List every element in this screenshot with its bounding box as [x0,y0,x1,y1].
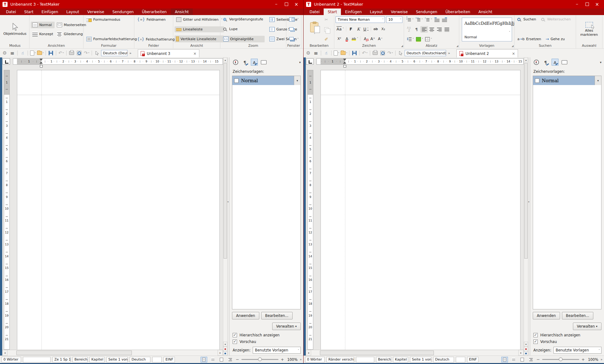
paragraph-styles-panel-button[interactable] [542,59,549,66]
absatz-dialog-launcher[interactable]: ◢ [456,45,458,47]
shrink-font-button[interactable]: A⁻ [376,35,384,42]
style-gallery[interactable]: AaBbCcDdEeFfGgHhIiJj Normal [462,18,512,41]
vertical-scroll-thumb[interactable] [524,63,528,259]
open-document-button[interactable] [341,50,348,56]
maximize-button[interactable] [583,1,591,8]
status-cell[interactable] [23,357,51,362]
character-styles-panel-button[interactable] [552,59,558,66]
formularmodus-button[interactable]: Formularmodus [85,16,138,23]
titlebar[interactable]: T Unbenannt 2 - TextMaker [304,0,604,8]
scroll-left-icon[interactable]: ◂ [306,350,311,356]
hamburger-menu-button[interactable] [9,50,16,56]
save-button[interactable] [351,50,358,56]
format-painter-button[interactable] [323,36,330,42]
highlight-button[interactable]: ab [351,35,359,42]
status-cell[interactable]: 0 Wörter [305,357,325,362]
horizontal-scroll-thumb[interactable] [320,351,434,355]
navigator-panel-button[interactable] [533,59,540,66]
scroll-up-icon[interactable]: ▴ [524,57,528,62]
style-list-item-normal[interactable]: Normal ▾ [232,76,300,85]
view-fullpage-button[interactable] [218,357,225,362]
window-split-button[interactable] [288,16,300,23]
status-cell[interactable]: 0 Wörter [2,357,21,362]
ribbon-tab[interactable]: Ansicht [171,8,193,15]
increase-indent-button[interactable] [433,16,441,23]
grow-font-button[interactable]: A⁺ [369,35,376,42]
normal-view-button[interactable]: Normal [31,22,55,28]
left-indent-marker[interactable] [343,62,346,64]
manage-styles-button[interactable]: Verwalten ▾ [573,323,602,330]
suchen-button[interactable]: Suchen [516,16,538,22]
align-left-button[interactable] [420,26,428,33]
zeichen-dialog-launcher[interactable]: ◢ [401,45,403,47]
gehe-zu-button[interactable]: →Gehe zu [544,36,566,42]
horizontal-scrollbar[interactable]: ◂ ▸ [306,350,524,356]
undo-button[interactable] [361,50,368,56]
cut-button[interactable] [323,16,330,23]
font-size-select[interactable]: 10 [386,16,402,23]
pointer-tool-button[interactable] [397,50,404,56]
scroll-right-icon[interactable]: ▸ [218,350,223,356]
apply-style-button[interactable]: Anwenden [232,312,259,319]
status-cell[interactable]: EINF [467,357,478,362]
undo-button[interactable] [58,50,65,56]
status-cell[interactable]: Seite 1 von 1 [106,357,128,362]
sidebar-collapse-handle[interactable] [528,57,530,356]
document-area[interactable]: ·|·1·|··|·1·|·2·|·3·|·4·|·5·|·6·|·7·|·8·… [306,57,524,350]
align-center-button[interactable] [428,26,435,33]
font-name-select[interactable]: Times New Roman [336,16,385,23]
horizontal-ruler[interactable]: ·|·1·|··|·1·|·2·|·3·|·4·|·5·|·6·|·7·|·8·… [316,58,524,65]
scroll-down-icon[interactable]: ▾ [223,342,227,347]
style-gallery-dropdown-icon[interactable] [508,29,510,35]
toolbar-overflow-button[interactable]: » [447,51,451,55]
minimize-button[interactable] [573,1,581,8]
gliederung-button[interactable]: Gliederung [55,31,88,37]
pages-panel-button[interactable] [561,59,568,66]
settings-button[interactable] [305,50,312,56]
hierarchical-option[interactable]: Hierarchisch anzeigen [530,331,604,337]
status-cell[interactable] [456,357,465,362]
left-indent-marker[interactable] [40,62,43,64]
vertical-ruler[interactable]: 1123456789101112131415161718192021 [307,70,313,350]
view-draft-button[interactable] [209,357,216,362]
decrease-indent-button[interactable] [441,16,448,23]
line-spacing-button[interactable] [405,36,415,42]
paste-button[interactable] [308,21,320,38]
view-normal-button[interactable] [501,357,508,362]
close-button[interactable] [292,1,301,8]
ribbon-tab[interactable]: Sendungen [108,8,138,15]
show-styles-select[interactable]: Benutzte Vorlagen [553,347,601,354]
ribbon-tab[interactable]: Verweise [83,8,108,15]
redo-button[interactable] [83,50,90,56]
tab-stop-selector[interactable] [3,58,10,65]
styles-list[interactable]: Normal ▾ [232,76,301,309]
multilevel-list-button[interactable] [424,16,433,23]
scroll-up-icon[interactable]: ▴ [223,57,227,62]
style-checkbox[interactable] [234,78,239,83]
apply-style-button[interactable]: Anwenden [533,312,560,319]
view-normal-button[interactable] [201,357,207,362]
document-tab[interactable]: Unbenannt 2 × [456,49,518,57]
show-formatting-button[interactable]: ¶ [413,26,420,33]
horizontal-scrollbar[interactable]: ◂ ▸ [2,350,223,356]
zoom-percentage[interactable]: 100% [286,357,298,362]
vertical-scrollbar[interactable]: ▴ ▾ [223,57,227,356]
edit-style-button[interactable]: Bearbeiten... [562,312,593,319]
ribbon-tab[interactable]: Layout [366,8,387,15]
ribbon-tab[interactable]: Ansicht [474,8,496,15]
language-selector[interactable]: Deutsch (Deutsc [101,50,127,56]
document-page[interactable] [321,70,520,350]
first-line-indent-marker[interactable] [40,59,43,61]
zoom-slider-knob[interactable] [559,357,563,361]
maximize-button[interactable] [282,1,291,8]
vertical-ruler[interactable]: 1123456789101112131415161718192021 [4,70,10,350]
status-cell[interactable]: Bereich 1 [73,357,88,362]
bullet-list-button[interactable] [405,16,415,23]
document-page[interactable] [17,70,220,350]
objektmodus-button[interactable]: Objektmodus [2,22,28,37]
originalgroesse-button[interactable]: 1:1Originalgröße [222,36,265,42]
gitter-hilfslinien-button[interactable]: Gitter und Hilfslinien [175,16,224,23]
document-tab[interactable]: Unbenannt 3 × [138,49,199,57]
print-preview-button[interactable] [379,50,386,56]
close-button[interactable] [593,1,601,8]
